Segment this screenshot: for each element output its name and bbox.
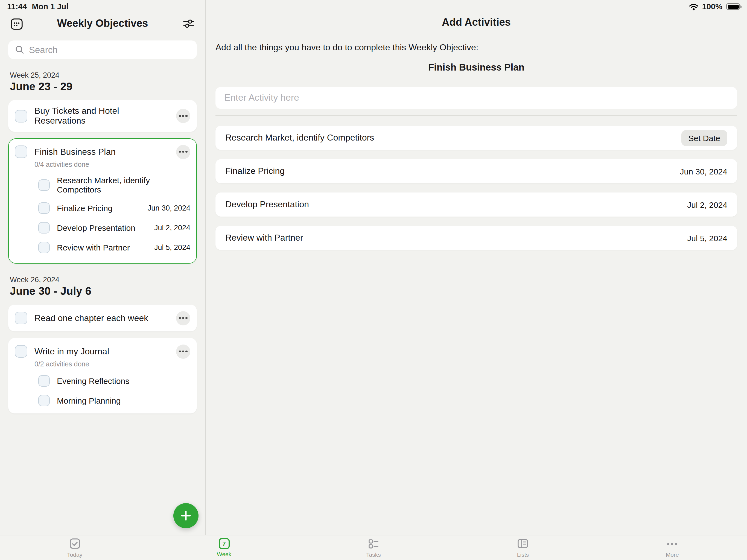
activity-row[interactable]: Finalize Pricing Jun 30, 2024 bbox=[215, 159, 737, 183]
week-date-range: June 30 - July 6 bbox=[10, 285, 195, 298]
status-time: 11:44 bbox=[7, 2, 27, 11]
plus-icon bbox=[180, 510, 192, 522]
activity-title: Morning Planning bbox=[57, 396, 190, 405]
objective-title: Read one chapter each week bbox=[34, 313, 169, 323]
week-label: Week 26, 2024 bbox=[10, 276, 195, 284]
week-date-range: June 23 - 29 bbox=[10, 80, 195, 93]
activity-item[interactable]: Evening Reflections bbox=[38, 375, 190, 387]
activity-item[interactable]: Review with Partner Jul 5, 2024 bbox=[38, 242, 190, 253]
activity-item[interactable]: Finalize Pricing Jun 30, 2024 bbox=[38, 202, 190, 214]
battery-percent: 100% bbox=[702, 2, 722, 11]
more-options-button[interactable] bbox=[176, 145, 190, 159]
objective-title: Buy Tickets and Hotel Reservations bbox=[34, 106, 169, 126]
ellipsis-icon bbox=[182, 115, 184, 117]
wifi-icon bbox=[689, 3, 698, 10]
activity-title: Research Market, identify Competitors bbox=[57, 176, 183, 194]
app-screen: 11:44 Mon 1 Jul 100% bbox=[0, 0, 747, 560]
filter-button[interactable] bbox=[180, 15, 197, 32]
activity-title: Finalize Pricing bbox=[225, 166, 680, 176]
activity-date[interactable]: Jul 2, 2024 bbox=[687, 200, 727, 209]
search-bar[interactable] bbox=[8, 41, 197, 59]
search-icon bbox=[15, 45, 25, 55]
objective-title: Write in my Journal bbox=[34, 347, 169, 356]
calendar-button[interactable] bbox=[8, 15, 25, 32]
tab-label: More bbox=[666, 551, 679, 558]
activity-item[interactable]: Research Market, identify Competitors bbox=[38, 176, 190, 194]
activity-item[interactable]: Morning Planning bbox=[38, 395, 190, 406]
activity-checkbox[interactable] bbox=[38, 375, 50, 387]
activity-item[interactable]: Develop Presentation Jul 2, 2024 bbox=[38, 222, 190, 233]
objective-card-selected[interactable]: Finish Business Plan 0/4 activities done… bbox=[8, 138, 197, 263]
activity-title: Develop Presentation bbox=[57, 223, 147, 232]
activity-title: Review with Partner bbox=[57, 243, 147, 252]
sidebar-title: Weekly Objectives bbox=[25, 18, 180, 29]
objective-card[interactable]: Read one chapter each week bbox=[8, 305, 197, 331]
activity-title: Review with Partner bbox=[225, 233, 687, 243]
tab-today[interactable]: Today bbox=[0, 535, 149, 560]
tab-label: Lists bbox=[517, 551, 529, 558]
more-options-button[interactable] bbox=[176, 311, 190, 325]
activity-title: Evening Reflections bbox=[57, 376, 190, 385]
tab-tasks[interactable]: Tasks bbox=[299, 535, 448, 560]
activity-title: Finalize Pricing bbox=[57, 203, 140, 213]
tasks-icon bbox=[367, 538, 380, 550]
activity-date[interactable]: Jun 30, 2024 bbox=[680, 167, 728, 176]
activity-checkbox[interactable] bbox=[38, 202, 50, 214]
activity-date[interactable]: Jul 5, 2024 bbox=[687, 233, 727, 243]
objective-checkbox[interactable] bbox=[15, 110, 27, 122]
activity-input[interactable] bbox=[224, 93, 728, 103]
week-calendar-icon: 7 bbox=[219, 538, 230, 549]
status-left: 11:44 Mon 1 Jul bbox=[7, 2, 68, 11]
add-objective-button[interactable] bbox=[173, 503, 199, 528]
more-options-button[interactable] bbox=[176, 344, 190, 358]
today-icon bbox=[69, 538, 81, 550]
objective-progress: 0/2 activities done bbox=[34, 360, 190, 368]
more-dots-icon bbox=[671, 543, 673, 545]
more-options-button[interactable] bbox=[176, 109, 190, 123]
battery-icon bbox=[726, 3, 740, 10]
week-label: Week 25, 2024 bbox=[10, 71, 195, 79]
activity-input-field[interactable] bbox=[215, 87, 737, 109]
activity-row[interactable]: Review with Partner Jul 5, 2024 bbox=[215, 226, 737, 250]
tab-lists[interactable]: Lists bbox=[448, 535, 597, 560]
add-activities-panel: Add Activities Add all the things you ha… bbox=[206, 0, 747, 535]
activity-checkbox[interactable] bbox=[38, 242, 50, 253]
sidebar: Weekly Objectives Week bbox=[0, 0, 206, 535]
activity-date: Jul 2, 2024 bbox=[154, 224, 190, 232]
tab-more[interactable]: More bbox=[598, 535, 747, 560]
activity-date: Jun 30, 2024 bbox=[148, 204, 190, 212]
ellipsis-icon bbox=[182, 351, 184, 353]
objective-card[interactable]: Write in my Journal 0/2 activities done … bbox=[8, 338, 197, 413]
tab-label: Today bbox=[67, 551, 82, 558]
tab-label: Tasks bbox=[366, 551, 381, 558]
activity-checkbox[interactable] bbox=[38, 179, 50, 190]
objective-name: Finish Business Plan bbox=[215, 62, 737, 73]
activity-row[interactable]: Develop Presentation Jul 2, 2024 bbox=[215, 193, 737, 217]
activity-title: Research Market, identify Competitors bbox=[225, 133, 681, 143]
objective-title: Finish Business Plan bbox=[34, 147, 169, 157]
objective-checkbox[interactable] bbox=[15, 345, 27, 358]
ellipsis-icon bbox=[182, 151, 184, 153]
instruction-text: Add all the things you have to do to com… bbox=[215, 43, 737, 52]
tab-week[interactable]: 7 Week bbox=[149, 535, 299, 560]
status-bar: 11:44 Mon 1 Jul 100% bbox=[0, 0, 747, 13]
status-right: 100% bbox=[689, 2, 740, 11]
activity-checkbox[interactable] bbox=[38, 395, 50, 406]
status-date: Mon 1 Jul bbox=[32, 2, 69, 11]
ellipsis-icon bbox=[182, 317, 184, 319]
objective-card[interactable]: Buy Tickets and Hotel Reservations bbox=[8, 100, 197, 132]
objective-progress: 0/4 activities done bbox=[34, 161, 190, 169]
input-separator bbox=[215, 116, 737, 116]
sidebar-header: Weekly Objectives bbox=[8, 14, 197, 33]
activity-row[interactable]: Research Market, identify Competitors Se… bbox=[215, 126, 737, 150]
panel-title: Add Activities bbox=[215, 14, 737, 31]
activity-checkbox[interactable] bbox=[38, 222, 50, 233]
objective-checkbox[interactable] bbox=[15, 312, 27, 324]
activity-date: Jul 5, 2024 bbox=[154, 244, 190, 252]
set-date-button[interactable]: Set Date bbox=[681, 130, 727, 146]
search-input[interactable] bbox=[29, 45, 190, 55]
lists-icon bbox=[517, 538, 529, 550]
objective-checkbox[interactable] bbox=[15, 146, 27, 158]
calendar-icon bbox=[9, 17, 23, 30]
activity-list: Research Market, identify Competitors Se… bbox=[215, 126, 737, 250]
